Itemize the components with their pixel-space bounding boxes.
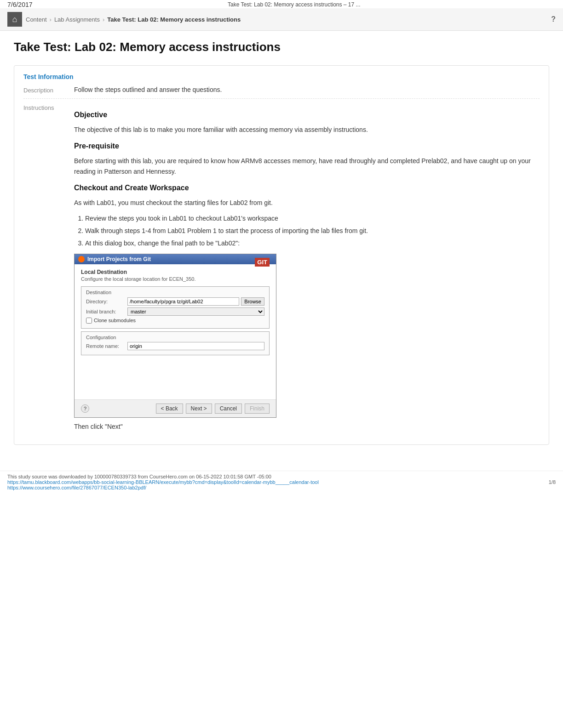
instructions-p3: As with Lab01, you must checkout the sta…: [74, 198, 540, 208]
clone-submodules-row: Clone submodules: [86, 318, 264, 324]
list-item-1: Review the steps you took in Lab01 to ch…: [85, 214, 540, 223]
instructions-label: Instructions: [23, 103, 74, 111]
dialog-titlebar: Import Projects from Git: [75, 254, 276, 264]
dialog-title-icon: [78, 256, 85, 262]
main-content: Take Test: Lab 02: Memory access instruc…: [0, 31, 563, 461]
directory-label: Directory:: [86, 299, 127, 304]
instructions-p2: Before starting with this lab, you are r…: [74, 156, 540, 176]
breadcrumb-current: Take Test: Lab 02: Memory access instruc…: [107, 16, 241, 23]
dialog-title-text: Import Projects from Git: [87, 256, 151, 262]
dialog-body: Local Destination Configure the local st…: [75, 264, 276, 399]
instructions-h1: Objective: [74, 111, 540, 119]
instructions-row: Instructions Objective The objective of …: [23, 103, 540, 437]
dialog-subtitle: Configure the local storage location for…: [81, 276, 195, 282]
description-row: Description Follow the steps outlined an…: [23, 86, 540, 99]
instructions-content: Objective The objective of this lab is t…: [74, 103, 540, 437]
directory-row: Directory: Browse: [86, 297, 264, 306]
remote-name-input[interactable]: [127, 342, 264, 350]
description-text: Follow the steps outlined and answer the…: [74, 86, 540, 93]
dialog-spacer: [81, 358, 270, 395]
instructions-h3: Checkout and Create Workspace: [74, 184, 540, 192]
finish-button[interactable]: Finish: [245, 404, 270, 414]
destination-legend: Destination: [86, 290, 264, 295]
dialog-section-title: Local Destination: [81, 269, 195, 275]
then-click-text: Then click "Next": [74, 421, 540, 432]
dialog-git-logo: GIT: [255, 258, 270, 267]
description-label: Description: [23, 86, 74, 94]
initial-branch-row: Initial branch: master: [86, 307, 264, 316]
breadcrumb-separator-2: ›: [103, 16, 104, 23]
instructions-list: Review the steps you took in Lab01 to ch…: [85, 214, 540, 248]
dialog-screenshot: Import Projects from Git Local Destinati…: [74, 254, 276, 418]
instructions-h2: Pre-requisite: [74, 142, 540, 150]
help-button[interactable]: ?: [551, 15, 556, 23]
initial-branch-select[interactable]: master: [127, 307, 264, 316]
page-number: 1/8: [549, 479, 556, 485]
dialog-config-fieldset: Configuration Remote name:: [81, 331, 270, 355]
list-item-3: At this dialog box, change the final pat…: [85, 239, 540, 248]
clone-submodules-label: Clone submodules: [94, 318, 136, 323]
initial-branch-label: Initial branch:: [86, 309, 127, 314]
next-button[interactable]: Next >: [186, 404, 212, 414]
breadcrumb-separator-1: ›: [50, 16, 52, 23]
browse-button[interactable]: Browse: [241, 297, 264, 306]
configuration-legend: Configuration: [86, 335, 264, 340]
breadcrumb: Content › Lab Assignments › Take Test: L…: [26, 16, 241, 23]
directory-input[interactable]: [127, 297, 239, 306]
back-button[interactable]: < Back: [156, 404, 183, 414]
list-item-2: Walk through steps 1-4 from Lab01 Proble…: [85, 226, 540, 236]
page-title: Take Test: Lab 02: Memory access instruc…: [14, 40, 549, 54]
instructions-p1: The objective of this lab is to make you…: [74, 125, 540, 135]
top-navbar: ⌂ Content › Lab Assignments › Take Test:…: [0, 8, 563, 31]
test-info-header: Test Information: [23, 73, 540, 80]
cancel-button[interactable]: Cancel: [215, 404, 242, 414]
study-source-text: This study source was downloaded by 1000…: [7, 474, 556, 479]
breadcrumb-lab-assignments[interactable]: Lab Assignments: [54, 16, 100, 23]
dialog-help-icon[interactable]: ?: [81, 404, 89, 413]
footer-link-2[interactable]: https://www.coursehero.com/file/27867077…: [7, 485, 146, 490]
breadcrumb-content[interactable]: Content: [26, 16, 47, 23]
remote-name-label: Remote name:: [86, 343, 127, 349]
home-button[interactable]: ⌂: [7, 12, 22, 27]
clone-submodules-checkbox[interactable]: [86, 318, 92, 324]
footer-link-1[interactable]: https://tamu.blackboard.com/webapps/bb-s…: [7, 479, 319, 485]
test-info-box: Test Information Description Follow the …: [14, 65, 549, 445]
remote-name-row: Remote name:: [86, 342, 264, 350]
footer-bar: This study source was downloaded by 1000…: [0, 471, 563, 493]
browser-tab-title: Take Test: Lab 02: Memory access instruc…: [33, 1, 556, 8]
dialog-footer-buttons: < Back Next > Cancel Finish: [156, 404, 270, 414]
dialog-footer: ? < Back Next > Cancel Finish: [75, 399, 276, 417]
browser-date: 7/6/2017: [7, 1, 33, 8]
dialog-destination-fieldset: Destination Directory: Browse Initial br…: [81, 286, 270, 329]
